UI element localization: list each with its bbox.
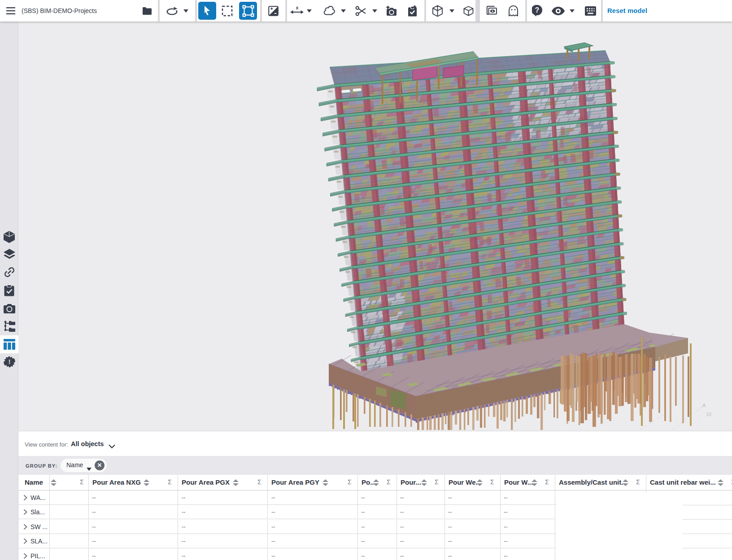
svg-text:x: x bbox=[296, 5, 299, 10]
svg-text:!: ! bbox=[8, 358, 10, 365]
svg-text:?: ? bbox=[535, 6, 540, 14]
